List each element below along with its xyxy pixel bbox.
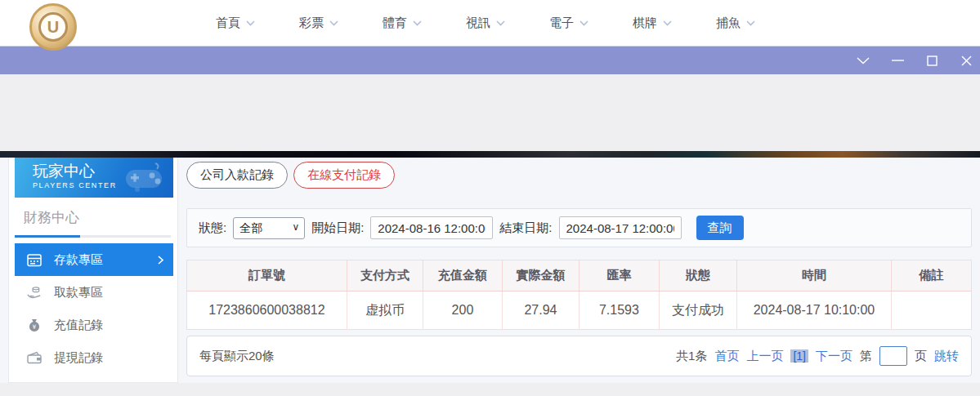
cell-exchange-rate: 7.1593: [579, 291, 659, 330]
jump-prefix-label: 第: [860, 349, 872, 364]
window-chevron-down-icon[interactable]: [854, 51, 872, 69]
jump-page-input[interactable]: [879, 346, 907, 366]
pagination-bar: 每頁顯示20條 共1条 首页 上一页 [1] 下一页 第 页 跳转: [186, 336, 972, 376]
end-date-input[interactable]: [559, 216, 682, 239]
nav-item-fishing[interactable]: 捕魚: [716, 16, 755, 31]
svg-text:¥: ¥: [33, 323, 37, 330]
total-count-text: 共1条: [676, 349, 707, 364]
chevron-down-icon: [246, 20, 255, 26]
window-minimize-icon[interactable]: [888, 51, 906, 69]
cell-payment-method: 虚拟币: [347, 291, 423, 330]
col-order-number: 訂單號: [187, 260, 347, 291]
search-button[interactable]: 查詢: [696, 216, 744, 240]
col-remark: 備註: [892, 260, 972, 291]
cell-order-number: 1723860600038812: [187, 291, 347, 330]
nav-item-video[interactable]: 視訊: [466, 16, 505, 31]
record-tabs: 公司入款記錄 在線支付記錄: [186, 162, 972, 189]
chevron-down-icon: [746, 20, 755, 26]
window-maximize-icon[interactable]: [923, 51, 941, 69]
chevron-down-icon: [413, 20, 422, 26]
nav-item-label: 體育: [383, 16, 407, 31]
cell-remark: [892, 291, 972, 330]
tab-label: 在線支付記錄: [307, 167, 381, 183]
col-time: 時間: [736, 260, 891, 291]
col-payment-method: 支付方式: [347, 260, 423, 291]
main-nav: 首頁 彩票 體育 視訊 電子 棋牌: [216, 0, 755, 47]
window-close-icon[interactable]: [957, 51, 975, 69]
nav-item-label: 視訊: [466, 16, 490, 31]
chevron-down-icon: [496, 20, 505, 26]
nav-item-boardgames[interactable]: 棋牌: [633, 16, 672, 31]
content-area: 玩家中心 PLAYERS CENTER 財務中心: [0, 158, 980, 383]
nav-item-label: 電子: [549, 16, 574, 31]
banner-top-edge: [0, 151, 980, 158]
hand-coins-icon: [27, 286, 42, 299]
status-label: 狀態:: [199, 220, 226, 236]
sidebar-item-label: 取款專區: [54, 285, 103, 300]
sidebar: 玩家中心 PLAYERS CENTER 財務中心: [8, 158, 178, 383]
window-titlebar: [0, 47, 980, 74]
sidebar-item-label: 充值記錄: [54, 318, 103, 333]
app-window: 首頁 彩票 體育 視訊 電子 棋牌: [0, 0, 980, 396]
sidebar-section-title: 財務中心: [24, 208, 177, 227]
money-bag-icon: ¥: [27, 318, 42, 331]
tab-label: 公司入款記錄: [200, 167, 274, 183]
filter-bar: 狀態: 全部 ∨ 開始日期: 結束日期: 查詢: [186, 208, 972, 247]
page-size-text: 每頁顯示20條: [199, 349, 275, 364]
status-select[interactable]: 全部: [233, 217, 305, 239]
cell-time: 2024-08-17 10:10:00: [736, 291, 891, 330]
next-page-link[interactable]: 下一页: [816, 349, 852, 364]
section-divider: [15, 235, 171, 238]
jump-button[interactable]: 跳转: [934, 349, 959, 364]
nav-item-slots[interactable]: 電子: [549, 16, 588, 31]
current-page-indicator: [1]: [790, 349, 808, 363]
start-date-label: 開始日期:: [311, 220, 364, 236]
cell-recharge-amount: 200: [423, 291, 502, 330]
tab-company-deposit-record[interactable]: 公司入款記錄: [186, 162, 288, 189]
nav-item-sports[interactable]: 體育: [383, 16, 422, 31]
start-date-input[interactable]: [370, 216, 493, 239]
sidebar-item-label: 提現記錄: [54, 350, 103, 366]
cell-status: 支付成功: [659, 291, 736, 330]
sidebar-item-withdraw[interactable]: 取款專區: [15, 276, 173, 309]
main-panel: 公司入款記錄 在線支付記錄 狀態: 全部 ∨ 開始日期: 結束日期: 查: [186, 158, 972, 383]
sidebar-item-withdrawal-record[interactable]: 提現記錄: [15, 341, 173, 374]
cell-actual-amount: 27.94: [502, 291, 579, 330]
deposit-machine-icon: [27, 253, 42, 266]
table-header-row: 訂單號 支付方式 充值金額 實際金額 匯率 狀態 時間 備註: [187, 260, 972, 291]
sidebar-item-deposit[interactable]: 存款專區: [15, 243, 173, 276]
tab-online-payment-record[interactable]: 在線支付記錄: [293, 162, 395, 189]
chevron-down-icon: [329, 20, 338, 26]
nav-item-lottery[interactable]: 彩票: [299, 16, 338, 31]
col-recharge-amount: 充值金額: [423, 260, 502, 291]
players-center-header: 玩家中心 PLAYERS CENTER: [15, 158, 173, 198]
sidebar-menu: 存款專區 取款專區 ¥ 充值記錄: [15, 243, 173, 374]
col-status: 狀態: [659, 260, 736, 291]
chevron-down-icon: [579, 20, 588, 26]
prev-page-link[interactable]: 上一页: [746, 349, 783, 364]
nav-item-home[interactable]: 首頁: [216, 16, 255, 31]
first-page-link[interactable]: 首页: [714, 349, 739, 364]
sidebar-item-recharge-record[interactable]: ¥ 充值記錄: [15, 309, 173, 341]
status-select-wrap: 全部 ∨: [233, 217, 305, 239]
end-date-label: 結束日期:: [499, 220, 552, 236]
wallet-icon: [27, 351, 42, 364]
payment-records-table: 訂單號 支付方式 充值金額 實際金額 匯率 狀態 時間 備註 172386060…: [186, 260, 972, 330]
top-header: 首頁 彩票 體育 視訊 電子 棋牌: [0, 0, 980, 47]
nav-item-label: 首頁: [216, 16, 240, 31]
nav-item-label: 捕魚: [716, 16, 741, 31]
chevron-down-icon: [663, 20, 672, 26]
col-actual-amount: 實際金額: [502, 260, 579, 291]
logo-letter: U: [38, 12, 68, 42]
gamepad-icon: [119, 162, 165, 194]
col-exchange-rate: 匯率: [579, 260, 659, 291]
nav-item-label: 棋牌: [633, 16, 657, 31]
chevron-right-icon: [158, 256, 163, 265]
brand-logo-icon: U: [29, 3, 77, 51]
sidebar-item-label: 存款專區: [54, 252, 103, 268]
nav-item-label: 彩票: [299, 16, 324, 31]
table-row: 1723860600038812 虚拟币 200 27.94 7.1593 支付…: [187, 291, 972, 330]
pager: 共1条 首页 上一页 [1] 下一页 第 页 跳转: [676, 346, 959, 366]
jump-suffix-label: 页: [915, 349, 927, 364]
